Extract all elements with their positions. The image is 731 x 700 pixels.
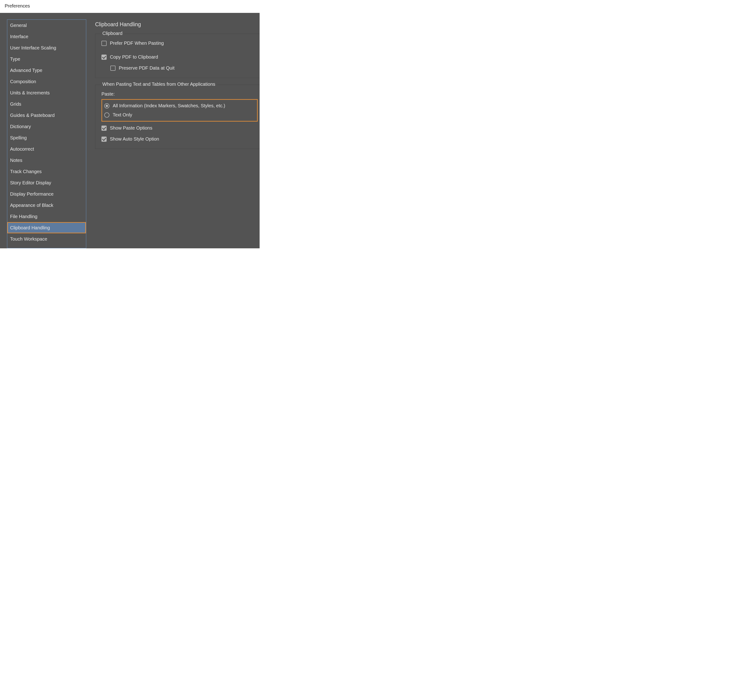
prefer-pdf-checkbox[interactable]: [101, 41, 107, 46]
show-auto-style-row[interactable]: Show Auto Style Option: [101, 135, 258, 144]
clipboard-group: Clipboard Prefer PDF When Pasting Copy P…: [95, 34, 260, 78]
sidebar-item-interface[interactable]: Interface: [7, 31, 86, 42]
show-paste-options-label: Show Paste Options: [110, 125, 152, 131]
sidebar-item-grids[interactable]: Grids: [7, 98, 86, 110]
sidebar-item-spelling[interactable]: Spelling: [7, 132, 86, 143]
sidebar-item-type[interactable]: Type: [7, 53, 86, 65]
sidebar-item-file-handling[interactable]: File Handling: [7, 211, 86, 222]
sidebar-item-track-changes[interactable]: Track Changes: [7, 166, 86, 177]
sidebar-item-story-editor-display[interactable]: Story Editor Display: [7, 177, 86, 188]
prefer-pdf-row[interactable]: Prefer PDF When Pasting: [101, 39, 258, 48]
text-only-radio[interactable]: [104, 113, 109, 117]
copy-pdf-label: Copy PDF to Clipboard: [110, 54, 158, 60]
show-paste-options-checkbox[interactable]: [101, 126, 107, 131]
sidebar-item-notes[interactable]: Notes: [7, 155, 86, 166]
sidebar-item-clipboard-handling[interactable]: Clipboard Handling: [7, 222, 86, 233]
preserve-pdf-label: Preserve PDF Data at Quit: [119, 65, 175, 71]
clipboard-legend: Clipboard: [101, 31, 125, 36]
sidebar-item-appearance-of-black[interactable]: Appearance of Black: [7, 200, 86, 211]
sidebar-item-display-performance[interactable]: Display Performance: [7, 188, 86, 200]
paste-legend: When Pasting Text and Tables from Other …: [101, 82, 217, 87]
sidebar-item-autocorrect[interactable]: Autocorrect: [7, 143, 86, 155]
paste-label: Paste:: [101, 90, 258, 99]
show-paste-options-row[interactable]: Show Paste Options: [101, 124, 258, 133]
sidebar-item-ui-scaling[interactable]: User Interface Scaling: [7, 42, 86, 53]
sidebar-item-advanced-type[interactable]: Advanced Type: [7, 65, 86, 76]
show-auto-style-checkbox[interactable]: [101, 136, 107, 142]
sidebar-item-composition[interactable]: Composition: [7, 76, 86, 87]
preserve-pdf-row[interactable]: Preserve PDF Data at Quit: [110, 64, 258, 73]
show-auto-style-label: Show Auto Style Option: [110, 136, 159, 142]
sidebar-item-units-increments[interactable]: Units & Increments: [7, 87, 86, 98]
all-info-label: All Information (Index Markers, Swatches…: [113, 103, 225, 109]
text-only-row[interactable]: Text Only: [104, 110, 255, 119]
copy-pdf-row[interactable]: Copy PDF to Clipboard: [101, 53, 258, 62]
paste-radio-highlight: All Information (Index Markers, Swatches…: [101, 99, 258, 122]
preserve-pdf-checkbox[interactable]: [110, 66, 116, 71]
sidebar-item-dictionary[interactable]: Dictionary: [7, 121, 86, 132]
prefer-pdf-label: Prefer PDF When Pasting: [110, 41, 164, 46]
copy-pdf-checkbox[interactable]: [101, 54, 107, 60]
all-info-radio[interactable]: [104, 103, 109, 109]
sidebar-item-guides-pasteboard[interactable]: Guides & Pasteboard: [7, 110, 86, 121]
content-panel: Clipboard Handling Clipboard Prefer PDF …: [86, 19, 260, 248]
window-title: Preferences: [0, 0, 260, 13]
sidebar-item-general[interactable]: General: [7, 20, 86, 31]
paste-group: When Pasting Text and Tables from Other …: [95, 85, 260, 149]
sidebar: General Interface User Interface Scaling…: [7, 19, 86, 248]
text-only-label: Text Only: [113, 112, 132, 117]
all-info-row[interactable]: All Information (Index Markers, Swatches…: [104, 101, 255, 110]
sidebar-item-touch-workspace[interactable]: Touch Workspace: [7, 233, 86, 245]
preferences-body: General Interface User Interface Scaling…: [0, 13, 260, 248]
